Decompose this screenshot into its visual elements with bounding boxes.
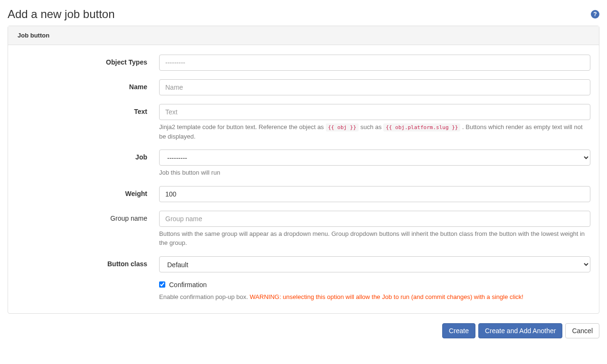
row-button-class: Button class Default: [17, 256, 590, 272]
text-input[interactable]: [159, 104, 590, 120]
cancel-button[interactable]: Cancel: [565, 323, 599, 338]
label-group-name: Group name: [17, 211, 159, 222]
label-object-types: Object Types: [17, 55, 159, 66]
text-help: Jinja2 template code for button text. Re…: [159, 122, 590, 141]
confirmation-checkbox[interactable]: [159, 281, 165, 288]
confirmation-label: Confirmation: [169, 281, 207, 289]
row-job: Job --------- Job this button will run: [17, 149, 590, 177]
object-types-input[interactable]: [159, 55, 590, 71]
text-help-code1: {{ obj }}: [326, 123, 359, 131]
row-weight: Weight: [17, 186, 590, 202]
text-help-mid: such as: [359, 123, 383, 131]
label-job: Job: [17, 149, 159, 161]
create-button[interactable]: Create: [442, 323, 475, 338]
row-name: Name: [17, 79, 590, 95]
label-text: Text: [17, 104, 159, 115]
label-button-class: Button class: [17, 256, 159, 268]
row-group-name: Group name Buttons with the same group w…: [17, 211, 590, 248]
button-class-select[interactable]: Default: [159, 256, 590, 272]
row-object-types: Object Types: [17, 55, 590, 71]
confirmation-help: Enable confirmation pop-up box. WARNING:…: [159, 292, 590, 302]
weight-input[interactable]: [159, 186, 590, 202]
row-confirmation: Confirmation Enable confirmation pop-up …: [17, 281, 590, 302]
help-icon-glyph: ?: [593, 11, 597, 18]
text-help-pre: Jinja2 template code for button text. Re…: [159, 123, 326, 131]
group-name-input[interactable]: [159, 211, 590, 227]
name-input[interactable]: [159, 79, 590, 95]
label-weight: Weight: [17, 186, 159, 197]
button-bar: Create Create and Add Another Cancel: [8, 323, 599, 338]
label-name: Name: [17, 79, 159, 91]
confirmation-help-pre: Enable confirmation pop-up box.: [159, 293, 250, 300]
label-confirmation-spacer: [17, 281, 159, 285]
page-title: Add a new job button: [8, 8, 115, 21]
group-name-help: Buttons with the same group will appear …: [159, 229, 590, 248]
create-add-another-button[interactable]: Create and Add Another: [478, 323, 562, 338]
job-help: Job this button will run: [159, 168, 590, 177]
panel-body: Object Types Name Text Jinja2 template c…: [8, 45, 599, 313]
text-help-code2: {{ obj.platform.slug }}: [383, 123, 460, 131]
help-icon[interactable]: ?: [591, 10, 599, 19]
job-select[interactable]: ---------: [159, 149, 590, 166]
row-text: Text Jinja2 template code for button tex…: [17, 104, 590, 141]
panel-heading: Job button: [8, 26, 599, 45]
job-button-panel: Job button Object Types Name Text Jinja2…: [8, 26, 599, 314]
confirmation-warning: WARNING: unselecting this option will al…: [250, 293, 523, 300]
